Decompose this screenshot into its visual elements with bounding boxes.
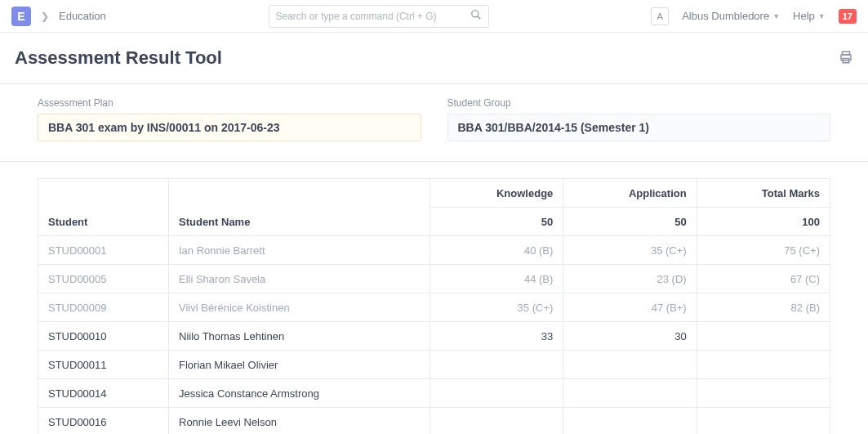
cell-knowledge[interactable] — [430, 408, 563, 435]
help-label: Help — [793, 10, 815, 22]
cell-student-id: STUD00014 — [38, 379, 169, 408]
print-icon[interactable] — [839, 50, 853, 67]
cell-student-id: STUD00001 — [38, 236, 169, 265]
col-criteria-2-max: 50 — [563, 208, 697, 236]
filter-section: Assessment Plan BBA 301 exam by INS/0001… — [0, 84, 868, 162]
cell-total: 75 (C+) — [697, 236, 830, 265]
caret-down-icon: ▼ — [818, 12, 826, 20]
col-criteria-1-max: 50 — [430, 208, 563, 236]
cell-application: 23 (D) — [563, 265, 697, 293]
cell-student-name: Elli Sharon Savela — [169, 265, 430, 293]
cell-student-name: Ian Ronnie Barrett — [169, 236, 430, 265]
svg-line-1 — [477, 16, 480, 20]
topbar-center — [116, 5, 641, 28]
student-group-field[interactable]: BBA 301/BBA/2014-15 (Semester 1) — [447, 114, 831, 141]
app-logo[interactable]: E — [11, 7, 31, 26]
assessment-plan-field[interactable]: BBA 301 exam by INS/00011 on 2017-06-23 — [38, 114, 421, 141]
cell-knowledge: 40 (B) — [430, 236, 563, 265]
filter-label: Student Group — [447, 97, 831, 109]
cell-total: 67 (C) — [697, 265, 830, 293]
page-header: Assessment Result Tool — [0, 33, 868, 84]
search-icon[interactable] — [470, 9, 482, 23]
cell-student-id: STUD00016 — [38, 408, 169, 435]
col-total: Total Marks — [697, 179, 830, 208]
help-menu[interactable]: Help ▼ — [793, 10, 826, 22]
cell-total — [697, 408, 830, 435]
search-input[interactable] — [276, 11, 470, 22]
table-row: STUD00005Elli Sharon Savela44 (B)23 (D)6… — [38, 265, 830, 293]
cell-student-id: STUD00005 — [38, 265, 169, 293]
cell-knowledge[interactable] — [430, 351, 563, 379]
cell-student-name: Viivi Bérénice Koistinen — [169, 293, 430, 322]
breadcrumb-module[interactable]: Education — [59, 10, 106, 22]
cell-total — [697, 322, 830, 351]
filter-assessment-plan: Assessment Plan BBA 301 exam by INS/0001… — [38, 97, 421, 141]
user-name-label: Albus Dumbledore — [682, 10, 769, 22]
cell-application[interactable] — [563, 408, 697, 435]
cell-application[interactable] — [563, 322, 697, 351]
col-student: Student — [38, 179, 169, 236]
svg-point-0 — [471, 11, 478, 17]
cell-knowledge-input[interactable] — [440, 330, 553, 342]
topbar: E ❯ Education A Albus Dumbledore ▼ Help … — [0, 0, 868, 33]
topbar-right: A Albus Dumbledore ▼ Help ▼ 17 — [651, 7, 857, 25]
results-table: Student Student Name Knowledge Applicati… — [38, 178, 830, 434]
table-row: STUD00001Ian Ronnie Barrett40 (B)35 (C+)… — [38, 236, 830, 265]
cell-student-id: STUD00011 — [38, 351, 169, 379]
cell-total — [697, 351, 830, 379]
results-table-wrap: Student Student Name Knowledge Applicati… — [0, 162, 868, 434]
table-row: STUD00009Viivi Bérénice Koistinen35 (C+)… — [38, 293, 830, 322]
cell-application[interactable] — [563, 351, 697, 379]
cell-knowledge: 44 (B) — [430, 265, 563, 293]
notification-badge[interactable]: 17 — [839, 9, 857, 24]
table-row: STUD00016Ronnie Leevi Nelson — [38, 408, 830, 435]
cell-student-id: STUD00010 — [38, 322, 169, 351]
cell-total — [697, 379, 830, 408]
cell-student-name: Jessica Constance Armstrong — [169, 379, 430, 408]
table-row: STUD00010Niilo Thomas Lehtinen — [38, 322, 830, 351]
col-total-max: 100 — [697, 208, 830, 236]
page-title: Assessment Result Tool — [15, 47, 222, 69]
col-student-name: Student Name — [169, 179, 430, 236]
filter-student-group: Student Group BBA 301/BBA/2014-15 (Semes… — [447, 97, 831, 141]
cell-application-input[interactable] — [573, 330, 686, 342]
caret-down-icon: ▼ — [772, 12, 780, 20]
cell-student-name: Florian Mikael Olivier — [169, 351, 430, 379]
cell-application[interactable] — [563, 379, 697, 408]
chevron-right-icon: ❯ — [41, 11, 49, 22]
cell-student-name: Niilo Thomas Lehtinen — [169, 322, 430, 351]
table-row: STUD00011Florian Mikael Olivier — [38, 351, 830, 379]
cell-total: 82 (B) — [697, 293, 830, 322]
avatar[interactable]: A — [651, 7, 669, 25]
cell-application: 47 (B+) — [563, 293, 697, 322]
cell-student-name: Ronnie Leevi Nelson — [169, 408, 430, 435]
cell-knowledge: 35 (C+) — [430, 293, 563, 322]
col-criteria-2: Application — [563, 179, 697, 208]
user-menu[interactable]: Albus Dumbledore ▼ — [682, 10, 780, 22]
cell-knowledge[interactable] — [430, 322, 563, 351]
cell-knowledge[interactable] — [430, 379, 563, 408]
col-criteria-1: Knowledge — [430, 179, 563, 208]
table-row: STUD00014Jessica Constance Armstrong — [38, 379, 830, 408]
cell-application: 35 (C+) — [563, 236, 697, 265]
search-bar[interactable] — [269, 5, 489, 28]
filter-label: Assessment Plan — [38, 97, 421, 109]
cell-student-id: STUD00009 — [38, 293, 169, 322]
